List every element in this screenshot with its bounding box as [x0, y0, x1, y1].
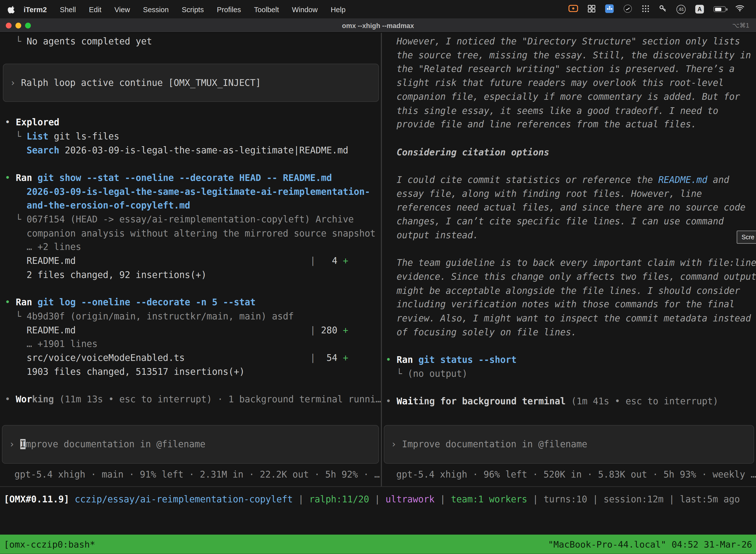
menu-bar-status-icons: .61 A [568, 4, 749, 14]
terminal-line [386, 339, 756, 353]
right-prompt-box[interactable]: › Improve documentation in @filename [384, 425, 754, 464]
terminal-line [386, 159, 756, 173]
terminal-line: and-the-erosion-of-copyleft.md [5, 199, 381, 213]
left-status-line: gpt-5.4 xhigh · main · 91% left · 2.31M … [14, 468, 380, 482]
menu-bar: iTerm2 ShellEditViewSessionScriptsProfil… [0, 0, 756, 18]
terminal-line: └ List git ls-files [5, 130, 381, 144]
terminal-line: The team guideline is to back every impo… [386, 257, 756, 270]
terminal-line: provide file and line references from th… [386, 118, 756, 132]
omx-status-line: [OMX#0.11.9] cczip/essay/ai-reimplementa… [4, 493, 740, 507]
left-scrollback-top: └ No agents completed yet [5, 35, 381, 63]
right-terminal-pane[interactable]: However, I noticed the "Directory Struct… [382, 33, 756, 486]
terminal-line: … +1901 lines [5, 337, 381, 351]
terminal-line: 2026-03-09-is-legal-the-same-as-legitima… [5, 185, 381, 199]
menu-item[interactable]: Edit [89, 5, 102, 13]
terminal-line: › Improve documentation in @filename [391, 437, 587, 451]
terminal-line: companion file, especially if more comme… [386, 90, 756, 104]
window-title-bar[interactable]: omx --xhigh --madmax ⌥⌘1 [0, 18, 756, 33]
menu-item[interactable]: Session [143, 5, 169, 13]
left-terminal-pane[interactable]: └ No agents completed yet › Ralph loop a… [0, 33, 381, 486]
terminal-line: README.md | 280 + [5, 324, 381, 338]
key-icon[interactable] [659, 4, 667, 14]
terminal-line: › Improve documentation in @filename [9, 437, 205, 451]
terminal-line: 1903 files changed, 513517 insertions(+) [5, 365, 381, 379]
terminal-line: • Working (11m 13s • esc to interrupt) ·… [5, 393, 381, 407]
inject-input-line: › Ralph loop active continue [OMX_TMUX_I… [10, 76, 261, 90]
terminal-line: Considering citation options [386, 146, 756, 159]
inject-input-box[interactable]: › Ralph loop active continue [OMX_TMUX_I… [3, 64, 379, 102]
blue-app-icon[interactable] [605, 4, 614, 14]
terminal-line: • Explored [5, 116, 381, 130]
menu-items: ShellEditViewSessionScriptsProfilesToolb… [60, 5, 345, 13]
terminal-line: including verification notes with those … [386, 298, 756, 312]
input-source-icon[interactable]: A [695, 5, 704, 13]
terminal-line: companion analysis without altering the … [5, 227, 381, 240]
terminal-line: slight risk that future readers may over… [386, 76, 756, 90]
left-scrollback-main: • Explored └ List git ls-files Search 20… [5, 102, 381, 406]
dark-circle-app-icon[interactable] [623, 4, 632, 14]
terminal-line: gpt-5.4 xhigh · 96% left · 520K in · 5.8… [396, 468, 756, 482]
terminal-line: • Ran git log --oneline --decorate -n 5 … [5, 296, 381, 310]
terminal-line: src/voice/voiceModeEnabled.ts | 54 + [5, 351, 381, 365]
tmux-host-time: "MacBook-Pro-44.local" 04:52 31-Mar-26 [548, 539, 752, 549]
screen-recording-icon[interactable] [568, 5, 578, 13]
terminal-line: might be acceptable alongside the file l… [386, 284, 756, 298]
terminal-line [5, 379, 381, 393]
terminal-area: └ No agents completed yet › Ralph loop a… [0, 33, 756, 486]
tmux-session-label: [omx-cczip0:bash* [4, 539, 95, 549]
menu-item[interactable]: Window [292, 5, 318, 13]
terminal-line: evidence. Since this change only affects… [386, 270, 756, 284]
menu-item[interactable]: Scripts [182, 5, 204, 13]
terminal-line [386, 381, 756, 395]
window-title: omx --xhigh --madmax [0, 21, 756, 29]
battery-icon[interactable] [713, 6, 726, 12]
window-shortcut-hint: ⌥⌘1 [732, 21, 749, 29]
terminal-line: └ (no output) [386, 367, 756, 381]
terminal-line: changes, I can’t cite specific file line… [386, 215, 756, 229]
battery-nub [726, 8, 727, 10]
menu-item-app[interactable]: iTerm2 [23, 5, 47, 13]
terminal-line: the source tree, missing the essay. Stil… [386, 49, 756, 63]
terminal-line: … +2 lines [5, 240, 381, 255]
terminal-line: • Waiting for background terminal (1m 41… [386, 395, 756, 409]
tmux-status-bar: [omx-cczip0:bash* "MacBook-Pro-44.local"… [0, 535, 756, 554]
terminal-line: review. Also, I might want to inspect th… [386, 312, 756, 326]
menu-item[interactable]: Toolbelt [254, 5, 279, 13]
right-scrollback: However, I noticed the "Directory Struct… [386, 35, 756, 408]
terminal-line: README.md | 4 + [5, 255, 381, 268]
terminal-line: gpt-5.4 xhigh · main · 91% left · 2.31M … [14, 468, 380, 482]
terminal-line: └ 4b9d30f (origin/main, instructkr/main,… [5, 310, 381, 324]
terminal-line [386, 242, 756, 257]
terminal-line: of focusing solely on file lines. [386, 326, 756, 340]
terminal-line [5, 49, 381, 63]
terminal-line: Search 2026-03-09-is-legal-the-same-as-l… [5, 144, 381, 157]
terminal-line [5, 282, 381, 296]
terminal-line: output instead. [386, 229, 756, 242]
left-pane-status: gpt-5.4 xhigh · main · 91% left · 2.31M … [0, 464, 381, 486]
menu-item[interactable]: Shell [60, 5, 76, 13]
right-pane-status: gpt-5.4 xhigh · 96% left · 520K in · 5.8… [382, 464, 756, 486]
apple-menu-icon[interactable] [8, 5, 15, 13]
wifi-icon[interactable] [735, 5, 744, 13]
terminal-line [5, 157, 381, 171]
battery-percentage-badge-icon[interactable]: .61 [676, 4, 686, 14]
terminal-line: • Ran git status --short [386, 353, 756, 367]
right-prompt-line: › Improve documentation in @filename [391, 437, 587, 451]
dots-grid-icon[interactable] [642, 4, 649, 14]
left-prompt-box[interactable]: › Improve documentation in @filename [2, 425, 379, 464]
window-grid-icon[interactable] [588, 4, 595, 14]
terminal-line: this single essay, it seems like a good … [386, 104, 756, 118]
omx-status-bar: [OMX#0.11.9] cczip/essay/ai-reimplementa… [0, 486, 756, 512]
terminal-line: the "Related research writing" section i… [386, 63, 756, 76]
left-pane-bottom: › Improve documentation in @filename gpt… [0, 425, 381, 487]
terminal-line: [OMX#0.11.9] cczip/essay/ai-reimplementa… [4, 493, 740, 507]
terminal-line: › Ralph loop active continue [OMX_TMUX_I… [10, 76, 261, 90]
right-status-line: gpt-5.4 xhigh · 96% left · 520K in · 5.8… [396, 468, 756, 482]
menu-item[interactable]: Help [331, 5, 345, 13]
battery-fill [715, 7, 721, 11]
terminal-line: However, I noticed the "Directory Struct… [386, 35, 756, 49]
menu-item[interactable]: View [114, 5, 130, 13]
terminal-line: references need actual files, and since … [386, 201, 756, 215]
menu-item[interactable]: Profiles [217, 5, 241, 13]
terminal-line: 2 files changed, 92 insertions(+) [5, 268, 381, 282]
